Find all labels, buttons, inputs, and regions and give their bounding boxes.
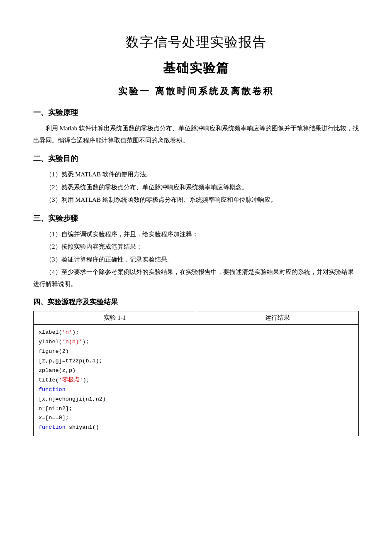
code-line-3: figure(2) <box>39 347 191 357</box>
section-one-paragraph: 利用 Matlab 软件计算出系统函数的零极点分布、单位脉冲响应和系统频率响应等… <box>33 122 359 146</box>
section-four-heading: 四、实验源程序及实验结果 <box>33 297 359 307</box>
section-one: 一、实验原理 利用 Matlab 软件计算出系统函数的零极点分布、单位脉冲响应和… <box>33 108 359 146</box>
table-col2-header: 运行结果 <box>196 311 359 325</box>
code-line-1: xlabel('n'); <box>39 328 191 337</box>
section-two-item-1: （1）熟悉 MATLAB 软件的使用方法。 <box>33 169 359 181</box>
code-line-9: n=[n1:n2]; <box>39 404 191 414</box>
table-code-cell: xlabel('n'); ylabel('h(n)'); figure(2) [… <box>34 325 196 436</box>
main-title: 数字信号处理实验报告 <box>33 33 359 51</box>
table-result-cell <box>196 325 359 436</box>
table-row: xlabel('n'); ylabel('h(n)'); figure(2) [… <box>34 325 359 436</box>
section-three-heading: 三、实验步骤 <box>33 213 359 223</box>
section-three: 三、实验步骤 （1）自编并调试实验程序，并且，给实验程序加注释； （2）按照实验… <box>33 213 359 290</box>
section-two: 二、实验目的 （1）熟悉 MATLAB 软件的使用方法。 （2）熟悉系统函数的零… <box>33 154 359 206</box>
section-three-item-2: （2）按照实验内容完成笔算结果； <box>33 241 359 253</box>
section-bold-title: 基础实验篇 <box>33 60 359 77</box>
code-line-5: zplane(z,p) <box>39 366 191 376</box>
experiment-title: 实验一 离散时间系统及离散卷积 <box>33 85 359 98</box>
section-three-item-4: （4）至少要求一个除参考案例以外的实验结果，在实验报告中，要描述清楚实验结果对应… <box>33 266 359 290</box>
section-two-heading: 二、实验目的 <box>33 154 359 164</box>
code-line-6: title('零极点'); <box>39 376 191 385</box>
table-col1-header: 实验 1-1 <box>34 311 196 325</box>
code-line-4: [z,p,g]=tf2zp(b,a); <box>39 357 191 366</box>
code-line-2: ylabel('h(n)'); <box>39 337 191 347</box>
experiment-table: 实验 1-1 运行结果 xlabel('n'); ylabel('h(n)');… <box>33 311 359 436</box>
section-two-item-2: （2）熟悉系统函数的零极点分布、单位脉冲响应和系统频率响应等概念。 <box>33 181 359 193</box>
section-three-item-3: （3）验证计算程序的正确性，记录实验结果。 <box>33 254 359 266</box>
section-two-item-3: （3）利用 MATLAB 绘制系统函数的零极点分布图、系统频率响应和单位脉冲响应… <box>33 194 359 206</box>
code-line-7: function <box>39 385 191 395</box>
code-line-10: x=[n==0]; <box>39 413 191 423</box>
section-one-heading: 一、实验原理 <box>33 108 359 117</box>
section-four: 四、实验源程序及实验结果 实验 1-1 运行结果 xlabel('n'); yl… <box>33 297 359 436</box>
code-line-8: [x,n]=chongji(n1,n2) <box>39 395 191 404</box>
code-line-11: function shiyan1() <box>39 423 191 433</box>
section-three-item-1: （1）自编并调试实验程序，并且，给实验程序加注释； <box>33 228 359 240</box>
